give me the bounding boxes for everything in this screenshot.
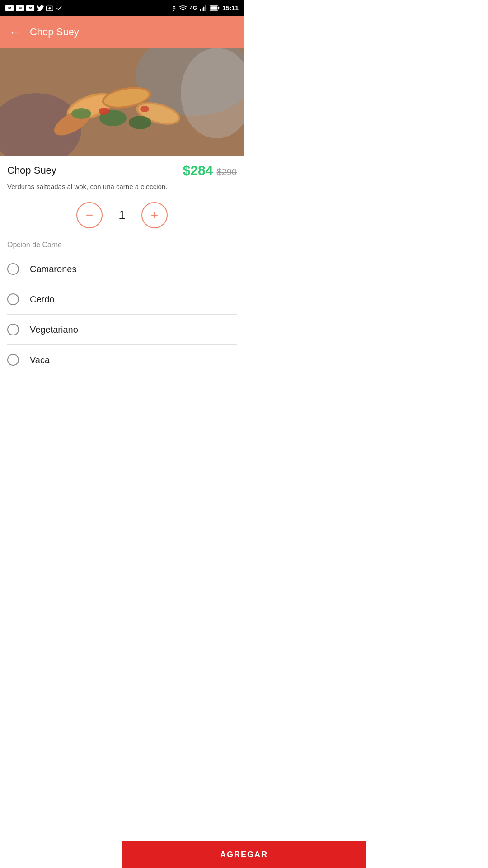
option-item-cerdo[interactable]: Cerdo	[7, 284, 237, 315]
radio-vegetariano[interactable]	[7, 324, 19, 335]
svg-point-22	[129, 116, 151, 129]
svg-rect-7	[205, 5, 206, 11]
page-header: ← Chop Suey	[0, 16, 244, 48]
svg-rect-6	[203, 7, 204, 11]
network-label: 4G	[190, 5, 197, 11]
mail-icon-2: ✉	[16, 5, 24, 11]
item-header-row: Chop Suey $284 $290	[7, 163, 237, 178]
svg-rect-9	[218, 7, 220, 9]
status-icons-left: ✉ ✉ ✉	[5, 5, 63, 11]
svg-point-25	[140, 106, 149, 112]
option-label-vaca: Vaca	[30, 355, 50, 365]
food-illustration	[0, 48, 244, 156]
decrease-quantity-button[interactable]: −	[76, 202, 103, 228]
option-item-vegetariano[interactable]: Vegetariano	[7, 315, 237, 345]
minus-icon: −	[86, 209, 93, 222]
header-title: Chop Suey	[30, 26, 79, 38]
option-label-cerdo: Cerdo	[30, 294, 54, 305]
status-bar: ✉ ✉ ✉ 4G	[0, 0, 244, 16]
radio-vaca[interactable]	[7, 354, 19, 366]
option-item-vaca[interactable]: Vaca	[7, 345, 237, 375]
radio-cerdo[interactable]	[7, 293, 19, 305]
battery-icon	[210, 5, 220, 11]
plus-icon: +	[151, 209, 158, 222]
task-icon	[56, 5, 63, 11]
price-container: $284 $290	[183, 163, 237, 178]
food-image	[0, 48, 244, 156]
option-item-camarones[interactable]: Camarones	[7, 254, 237, 284]
svg-rect-10	[210, 6, 217, 10]
wifi-icon	[179, 5, 187, 11]
svg-point-24	[99, 108, 109, 115]
signal-icon	[200, 5, 207, 11]
back-button[interactable]: ←	[9, 26, 21, 38]
twitter-icon	[37, 5, 44, 11]
mail-icon-1: ✉	[5, 5, 14, 11]
svg-rect-4	[200, 9, 201, 11]
svg-point-3	[183, 10, 183, 11]
photo-icon	[46, 5, 53, 11]
radio-camarones[interactable]	[7, 263, 19, 275]
options-section-label: Opcion de Carne	[7, 241, 237, 254]
mail-icon-3: ✉	[26, 5, 34, 11]
increase-quantity-button[interactable]: +	[141, 202, 168, 228]
main-content: Chop Suey $284 $290 Verduras salteadas a…	[0, 156, 244, 411]
svg-point-1	[48, 7, 51, 9]
quantity-value: 1	[115, 208, 129, 222]
time-display: 15:11	[222, 5, 239, 12]
option-label-vegetariano: Vegetariano	[30, 325, 78, 335]
option-label-camarones: Camarones	[30, 264, 76, 274]
svg-rect-5	[202, 8, 202, 11]
item-name: Chop Suey	[7, 165, 56, 176]
food-image-visual	[0, 48, 244, 156]
options-list: Camarones Cerdo Vegetariano Vaca	[7, 254, 237, 375]
bluetooth-icon	[172, 5, 176, 12]
status-icons-right: 4G 15:11	[172, 5, 239, 12]
current-price: $284	[183, 163, 213, 178]
svg-point-23	[71, 108, 91, 119]
original-price: $290	[217, 167, 237, 177]
quantity-row: − 1 +	[7, 202, 237, 228]
item-description: Verduras salteadas al wok, con una carne…	[7, 182, 237, 191]
